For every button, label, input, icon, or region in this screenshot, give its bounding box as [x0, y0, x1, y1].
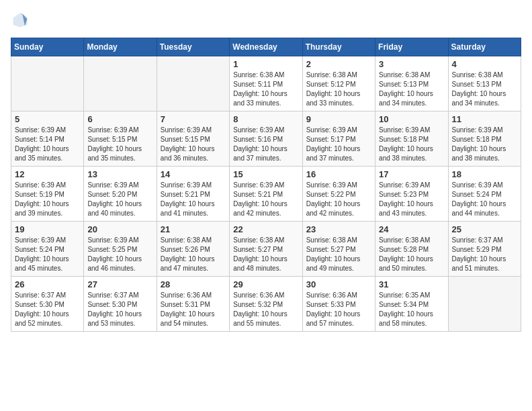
- day-number: 21: [161, 224, 226, 234]
- day-info: Sunrise: 6:39 AM Sunset: 5:22 PM Dayligh…: [306, 181, 371, 218]
- day-number: 1: [233, 59, 298, 69]
- day-info: Sunrise: 6:39 AM Sunset: 5:15 PM Dayligh…: [87, 126, 152, 163]
- calendar-header-wednesday: Wednesday: [230, 38, 302, 56]
- day-number: 13: [87, 169, 152, 179]
- calendar-cell: 13Sunrise: 6:39 AM Sunset: 5:20 PM Dayli…: [84, 167, 157, 222]
- day-number: 15: [233, 169, 298, 179]
- calendar-header-row: SundayMondayTuesdayWednesdayThursdayFrid…: [11, 38, 521, 56]
- calendar-cell: 25Sunrise: 6:37 AM Sunset: 5:29 PM Dayli…: [448, 222, 521, 277]
- day-info: Sunrise: 6:39 AM Sunset: 5:19 PM Dayligh…: [15, 181, 80, 218]
- calendar-cell: 8Sunrise: 6:39 AM Sunset: 5:16 PM Daylig…: [230, 111, 302, 167]
- day-number: 28: [161, 279, 226, 289]
- calendar-cell: 23Sunrise: 6:38 AM Sunset: 5:27 PM Dayli…: [302, 222, 375, 277]
- calendar-cell: 19Sunrise: 6:39 AM Sunset: 5:24 PM Dayli…: [11, 222, 84, 277]
- day-number: 18: [452, 169, 517, 179]
- calendar-cell: 6Sunrise: 6:39 AM Sunset: 5:15 PM Daylig…: [84, 111, 157, 167]
- day-info: Sunrise: 6:38 AM Sunset: 5:27 PM Dayligh…: [306, 236, 371, 273]
- day-info: Sunrise: 6:39 AM Sunset: 5:23 PM Dayligh…: [379, 181, 444, 218]
- day-info: Sunrise: 6:39 AM Sunset: 5:16 PM Dayligh…: [233, 126, 298, 163]
- calendar-week-row: 1Sunrise: 6:38 AM Sunset: 5:11 PM Daylig…: [11, 56, 521, 111]
- calendar-cell: 7Sunrise: 6:39 AM Sunset: 5:15 PM Daylig…: [157, 111, 229, 167]
- calendar-header-saturday: Saturday: [448, 38, 521, 56]
- day-info: Sunrise: 6:39 AM Sunset: 5:21 PM Dayligh…: [233, 181, 298, 218]
- day-info: Sunrise: 6:39 AM Sunset: 5:24 PM Dayligh…: [452, 181, 517, 218]
- day-info: Sunrise: 6:36 AM Sunset: 5:31 PM Dayligh…: [161, 291, 226, 328]
- day-info: Sunrise: 6:39 AM Sunset: 5:18 PM Dayligh…: [379, 126, 444, 163]
- day-info: Sunrise: 6:38 AM Sunset: 5:12 PM Dayligh…: [306, 71, 371, 108]
- day-number: 26: [15, 279, 80, 289]
- calendar-cell: 3Sunrise: 6:38 AM Sunset: 5:13 PM Daylig…: [375, 56, 448, 111]
- day-number: 16: [306, 169, 371, 179]
- calendar-cell: 27Sunrise: 6:37 AM Sunset: 5:30 PM Dayli…: [84, 277, 157, 332]
- calendar-cell: 14Sunrise: 6:39 AM Sunset: 5:21 PM Dayli…: [157, 167, 229, 222]
- calendar-cell: 1Sunrise: 6:38 AM Sunset: 5:11 PM Daylig…: [230, 56, 302, 111]
- day-number: 20: [87, 224, 152, 234]
- calendar-table: SundayMondayTuesdayWednesdayThursdayFrid…: [11, 38, 521, 332]
- day-info: Sunrise: 6:37 AM Sunset: 5:30 PM Dayligh…: [87, 291, 152, 328]
- day-number: 29: [233, 279, 298, 289]
- calendar-cell: [448, 277, 521, 332]
- day-number: 23: [306, 224, 371, 234]
- day-number: 22: [233, 224, 298, 234]
- day-info: Sunrise: 6:35 AM Sunset: 5:34 PM Dayligh…: [379, 291, 444, 328]
- calendar-cell: 26Sunrise: 6:37 AM Sunset: 5:30 PM Dayli…: [11, 277, 84, 332]
- calendar-cell: [157, 56, 229, 111]
- logo: [11, 11, 32, 30]
- calendar-cell: 18Sunrise: 6:39 AM Sunset: 5:24 PM Dayli…: [448, 167, 521, 222]
- day-number: 6: [87, 114, 152, 124]
- day-number: 3: [379, 59, 444, 69]
- calendar-cell: 2Sunrise: 6:38 AM Sunset: 5:12 PM Daylig…: [302, 56, 375, 111]
- calendar-cell: 24Sunrise: 6:38 AM Sunset: 5:28 PM Dayli…: [375, 222, 448, 277]
- logo-icon: [11, 11, 30, 30]
- day-info: Sunrise: 6:39 AM Sunset: 5:15 PM Dayligh…: [161, 126, 226, 163]
- day-info: Sunrise: 6:38 AM Sunset: 5:13 PM Dayligh…: [452, 71, 517, 108]
- day-info: Sunrise: 6:36 AM Sunset: 5:33 PM Dayligh…: [306, 291, 371, 328]
- day-number: 19: [15, 224, 80, 234]
- day-number: 9: [306, 114, 371, 124]
- calendar-cell: 9Sunrise: 6:39 AM Sunset: 5:17 PM Daylig…: [302, 111, 375, 167]
- calendar-week-row: 12Sunrise: 6:39 AM Sunset: 5:19 PM Dayli…: [11, 167, 521, 222]
- day-number: 8: [233, 114, 298, 124]
- day-info: Sunrise: 6:38 AM Sunset: 5:11 PM Dayligh…: [233, 71, 298, 108]
- calendar-cell: 30Sunrise: 6:36 AM Sunset: 5:33 PM Dayli…: [302, 277, 375, 332]
- day-info: Sunrise: 6:39 AM Sunset: 5:24 PM Dayligh…: [15, 236, 80, 273]
- calendar-header-friday: Friday: [375, 38, 448, 56]
- day-number: 5: [15, 114, 80, 124]
- calendar-cell: 12Sunrise: 6:39 AM Sunset: 5:19 PM Dayli…: [11, 167, 84, 222]
- day-info: Sunrise: 6:39 AM Sunset: 5:17 PM Dayligh…: [306, 126, 371, 163]
- calendar-cell: 28Sunrise: 6:36 AM Sunset: 5:31 PM Dayli…: [157, 277, 229, 332]
- calendar-cell: 21Sunrise: 6:38 AM Sunset: 5:26 PM Dayli…: [157, 222, 229, 277]
- day-info: Sunrise: 6:39 AM Sunset: 5:20 PM Dayligh…: [87, 181, 152, 218]
- day-info: Sunrise: 6:37 AM Sunset: 5:29 PM Dayligh…: [452, 236, 517, 273]
- day-info: Sunrise: 6:38 AM Sunset: 5:28 PM Dayligh…: [379, 236, 444, 273]
- calendar-cell: 17Sunrise: 6:39 AM Sunset: 5:23 PM Dayli…: [375, 167, 448, 222]
- calendar-cell: 29Sunrise: 6:36 AM Sunset: 5:32 PM Dayli…: [230, 277, 302, 332]
- day-number: 31: [379, 279, 444, 289]
- calendar-body: 1Sunrise: 6:38 AM Sunset: 5:11 PM Daylig…: [11, 56, 521, 332]
- calendar-cell: [84, 56, 157, 111]
- day-number: 27: [87, 279, 152, 289]
- calendar-cell: 11Sunrise: 6:39 AM Sunset: 5:18 PM Dayli…: [448, 111, 521, 167]
- day-info: Sunrise: 6:38 AM Sunset: 5:27 PM Dayligh…: [233, 236, 298, 273]
- day-number: 24: [379, 224, 444, 234]
- day-number: 12: [15, 169, 80, 179]
- calendar-cell: 16Sunrise: 6:39 AM Sunset: 5:22 PM Dayli…: [302, 167, 375, 222]
- calendar-cell: 10Sunrise: 6:39 AM Sunset: 5:18 PM Dayli…: [375, 111, 448, 167]
- day-info: Sunrise: 6:36 AM Sunset: 5:32 PM Dayligh…: [233, 291, 298, 328]
- calendar-cell: 4Sunrise: 6:38 AM Sunset: 5:13 PM Daylig…: [448, 56, 521, 111]
- calendar-week-row: 5Sunrise: 6:39 AM Sunset: 5:14 PM Daylig…: [11, 111, 521, 167]
- day-number: 25: [452, 224, 517, 234]
- day-info: Sunrise: 6:38 AM Sunset: 5:26 PM Dayligh…: [161, 236, 226, 273]
- day-number: 4: [452, 59, 517, 69]
- calendar-header-thursday: Thursday: [302, 38, 375, 56]
- day-number: 10: [379, 114, 444, 124]
- page-header: [11, 11, 521, 30]
- calendar-header-sunday: Sunday: [11, 38, 84, 56]
- day-info: Sunrise: 6:39 AM Sunset: 5:18 PM Dayligh…: [452, 126, 517, 163]
- calendar-cell: [11, 56, 84, 111]
- calendar-cell: 31Sunrise: 6:35 AM Sunset: 5:34 PM Dayli…: [375, 277, 448, 332]
- day-number: 30: [306, 279, 371, 289]
- day-number: 2: [306, 59, 371, 69]
- day-info: Sunrise: 6:38 AM Sunset: 5:13 PM Dayligh…: [379, 71, 444, 108]
- calendar-header-tuesday: Tuesday: [157, 38, 229, 56]
